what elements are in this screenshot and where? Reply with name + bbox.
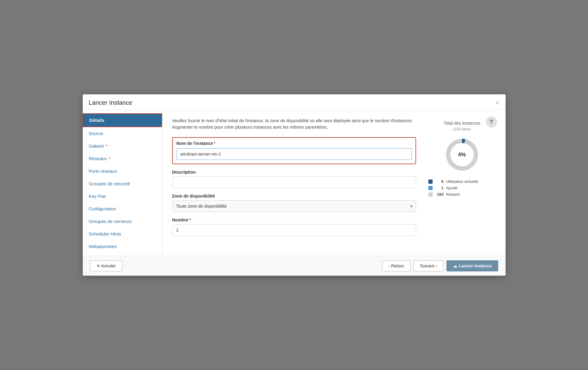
- instance-name-required: *: [214, 141, 215, 146]
- sidebar-item-details[interactable]: Détails: [83, 113, 162, 127]
- sidebar-item-configuration[interactable]: Configuration: [83, 202, 162, 215]
- description-input[interactable]: [172, 176, 416, 188]
- availability-zone-select-wrapper: Toute zone de disponibilité ▾: [172, 200, 416, 212]
- modal-body: Détails Source Gabarit * Réseaux * Ports…: [83, 110, 506, 256]
- form-area: Veuillez fournir le nom d'hôte initial d…: [172, 118, 416, 248]
- modal-title: Lancer Instance: [89, 99, 132, 106]
- legend-color-added: [428, 186, 433, 190]
- sidebar-item-source[interactable]: Source: [83, 127, 162, 140]
- chart-legend: 6 Utilisation actuelle 1 Ajouté 193: [428, 179, 496, 197]
- donut-chart: 4%: [444, 136, 480, 173]
- instance-name-group: Nom de l'instance *: [172, 137, 416, 164]
- close-button[interactable]: ×: [495, 100, 499, 106]
- legend-count-current: 6: [435, 179, 444, 184]
- help-button[interactable]: ?: [486, 116, 497, 127]
- number-required: *: [189, 217, 191, 222]
- legend-count-added: 1: [435, 186, 444, 190]
- description-text: Veuillez fournir le nom d'hôte initial d…: [172, 118, 416, 130]
- sidebar: Détails Source Gabarit * Réseaux * Ports…: [83, 110, 162, 256]
- sidebar-item-scheduler-hints[interactable]: Scheduler Hints: [83, 228, 162, 240]
- chart-area: Total des instances (200 Max): [428, 118, 496, 248]
- availability-zone-group: Zone de disponibilité Toute zone de disp…: [172, 194, 416, 212]
- number-group: Nombre *: [172, 217, 416, 236]
- modal-footer: ✕ Annuler ‹ Retour Suivant › ☁ Lancer In…: [83, 256, 506, 276]
- description-group: Description: [172, 170, 416, 188]
- launch-button[interactable]: ☁ Lancer Instance: [446, 260, 498, 271]
- number-label: Nombre *: [172, 217, 416, 222]
- legend-item-added: 1 Ajouté: [428, 186, 496, 190]
- sidebar-item-reseaux[interactable]: Réseaux *: [83, 152, 162, 165]
- number-input[interactable]: [172, 224, 416, 236]
- legend-item-remaining: 193 Restant: [428, 192, 496, 197]
- chart-subtitle: (200 Max): [453, 127, 471, 131]
- next-button[interactable]: Suivant ›: [414, 260, 443, 271]
- sidebar-item-groupes-securite[interactable]: Groupes de sécurité: [83, 177, 162, 190]
- cancel-button[interactable]: ✕ Annuler: [90, 260, 122, 271]
- legend-item-current: 6 Utilisation actuelle: [428, 179, 496, 184]
- sidebar-item-key-pair[interactable]: Key Pair: [83, 190, 162, 202]
- sidebar-item-gabarit[interactable]: Gabarit *: [83, 140, 162, 152]
- gabarit-required-star: *: [104, 143, 108, 149]
- main-content: Veuillez fournir le nom d'hôte initial d…: [162, 110, 506, 256]
- legend-color-remaining: [428, 192, 433, 197]
- launch-icon: ☁: [453, 263, 457, 268]
- legend-label-added: Ajouté: [446, 186, 457, 190]
- instance-name-input[interactable]: [176, 148, 412, 160]
- availability-zone-label: Zone de disponibilité: [172, 194, 416, 198]
- chart-title: Total des instances: [444, 121, 480, 126]
- modal-header: Lancer Instance ×: [83, 94, 506, 110]
- donut-percentage: 4%: [444, 136, 480, 173]
- availability-zone-select[interactable]: Toute zone de disponibilité: [172, 200, 416, 212]
- legend-count-remaining: 193: [435, 192, 444, 197]
- reseaux-required-star: *: [108, 156, 111, 161]
- footer-right: ‹ Retour Suivant › ☁ Lancer Instance: [382, 260, 498, 271]
- launch-instance-modal: Lancer Instance × Détails Source Gabarit…: [83, 94, 506, 276]
- instance-name-label: Nom de l'instance *: [176, 141, 412, 146]
- legend-label-remaining: Restant: [446, 192, 460, 197]
- legend-label-current: Utilisation actuelle: [446, 179, 478, 184]
- sidebar-item-metadonnees[interactable]: Métadonnées: [83, 240, 162, 253]
- sidebar-item-groupes-serveurs[interactable]: Groupes de serveurs: [83, 215, 162, 228]
- legend-color-current: [428, 179, 433, 184]
- description-label: Description: [172, 170, 416, 175]
- sidebar-item-ports-reseaux[interactable]: Ports réseaux: [83, 165, 162, 177]
- back-button[interactable]: ‹ Retour: [382, 260, 411, 271]
